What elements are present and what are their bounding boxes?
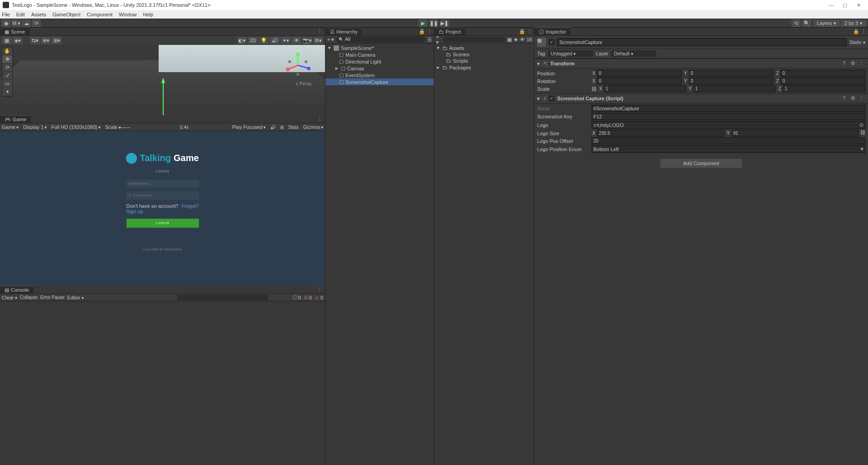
scene-root[interactable]: ▾SampleScene* [325,44,434,51]
game-tab[interactable]: 🎮Game [0,115,31,123]
create-button[interactable]: + ▾ [327,37,334,43]
display-dropdown[interactable]: Display 1 ▾ [23,124,47,130]
play-focused-dropdown[interactable]: Play Focused ▾ [232,124,266,130]
hierarchy-item-screenshotcapture[interactable]: ▢ScreenshotCapture [325,78,434,85]
layer-dropdown[interactable]: Default ▾ [611,50,656,57]
2d-button[interactable]: 2D [248,37,258,44]
scale-y-input[interactable] [693,85,776,92]
transform-tool[interactable]: ✦ [2,88,12,96]
menu-file[interactable]: File [2,12,10,17]
shading-button[interactable]: ◐▾ [237,37,247,44]
help-icon[interactable]: ? [843,95,849,102]
component-menu-icon[interactable]: ⋮ [859,60,865,67]
scene-menu-icon[interactable]: ⋮ [315,29,325,34]
search-button[interactable]: 🔍 [802,19,811,27]
position-x-input[interactable] [597,70,682,77]
maximize-button[interactable]: ▢ [838,2,852,8]
static-dropdown[interactable]: Static ▾ [849,39,865,45]
scripts-folder[interactable]: 🗀Scripts [434,58,534,64]
rotation-x-input[interactable] [597,78,682,84]
audio-button[interactable]: 🔊 [270,37,280,44]
script-enabled-checkbox[interactable] [549,96,554,101]
hierarchy-menu-icon[interactable]: ⋮ [427,29,432,34]
gizmos-button[interactable]: Gizmos ▾ [303,124,323,130]
position-z-input[interactable] [781,70,865,77]
warn-count[interactable]: ⚠0 [304,294,312,301]
assets-folder[interactable]: ▾🗀Assets [434,44,534,51]
logo-offset-input[interactable] [592,137,865,144]
hierarchy-tab[interactable]: ☰Hierarchy [325,28,362,36]
orientation-gizmo[interactable] [284,52,311,79]
object-picker-icon[interactable]: ⊙ [859,122,863,128]
menu-gameobject[interactable]: GameObject [53,12,81,17]
editor-dropdown[interactable]: Editor ▾ [67,295,84,300]
logo-field[interactable]: ▭UnityLOGO⊙ [592,121,865,129]
console-menu-icon[interactable]: ⋮ [315,287,325,293]
menu-window[interactable]: Window [119,12,136,17]
position-y-input[interactable] [689,70,774,77]
hierarchy-lock-icon[interactable]: 🔒 [419,29,425,34]
error-pause-button[interactable]: Error Pause [40,295,64,300]
camera-button[interactable]: 📷▾ [302,37,312,44]
project-lock-icon[interactable]: 🔒 [519,29,525,34]
manage-button[interactable]: M ▾ [12,19,21,27]
menu-assets[interactable]: Assets [31,12,46,17]
console-tab[interactable]: ▤Console [0,286,34,294]
project-menu-icon[interactable]: ⋮ [527,29,532,34]
menu-help[interactable]: Help [143,12,153,17]
preset-icon[interactable]: ⚙ [851,95,857,102]
local-button[interactable]: ⊕▾ [41,37,51,44]
constrain-icon[interactable]: ⛓ [592,86,596,92]
undo-history-button[interactable]: ⟳ [32,19,41,27]
view-tool-button[interactable]: ▦ [2,37,12,44]
active-checkbox[interactable] [549,39,554,45]
inspector-lock-icon[interactable]: 🔒 [853,29,859,34]
move-tool[interactable]: ✥ [2,55,12,64]
hidden-button[interactable]: 👁 [291,37,301,44]
mute-button[interactable]: 🔊 [270,125,276,130]
gameobject-cube-icon[interactable]: ▦ [537,38,546,47]
project-search[interactable] [443,37,505,42]
lighting-button[interactable]: 💡 [259,37,269,44]
clear-button[interactable]: Clear ▾ [2,295,17,300]
account-button[interactable]: ◉ [2,19,11,27]
hierarchy-item-light[interactable]: ▢Directional Light [325,58,434,65]
play-button[interactable]: ▶ [418,19,427,27]
error-count[interactable]: ⦻0 [315,294,323,301]
password-input[interactable] [126,191,199,200]
transform-header[interactable]: ▾ ⇱ Transform ?⚙⋮ [534,59,868,69]
transform-gizmo[interactable] [154,77,199,115]
help-icon[interactable]: ? [843,60,849,67]
hidden-icon[interactable]: 👁 [520,37,525,42]
step-button[interactable]: ▶❚ [440,19,449,27]
login-button[interactable]: LOGIN [126,219,199,228]
hierarchy-filter-icon[interactable]: ☰ [427,37,432,43]
game-menu-icon[interactable]: ⋮ [315,116,325,122]
menu-edit[interactable]: Edit [16,12,25,17]
collapse-button[interactable]: Collapse [20,295,38,300]
close-button[interactable]: ✕ [852,2,865,8]
hierarchy-search[interactable]: 🔍 All [336,36,426,43]
scene-tab[interactable]: ▦Scene [0,28,29,36]
layers-dropdown[interactable]: Layers ▾ [813,20,840,27]
hierarchy-item-camera[interactable]: ▢Main Camera [325,51,434,58]
filter-icon[interactable]: ▦ [507,37,512,43]
inspector-tab[interactable]: ⓘInspector [534,27,571,36]
menu-component[interactable]: Component [87,12,112,17]
hierarchy-item-canvas[interactable]: ▸▢Canvas [325,65,434,72]
rotation-z-input[interactable] [781,78,865,84]
add-component-button[interactable]: Add Component [660,159,742,168]
logo-size-y-input[interactable] [732,130,859,137]
grid-button[interactable]: ⊞▾ [52,37,62,44]
hand-tool[interactable]: ✋ [2,47,12,55]
console-search[interactable] [177,295,268,300]
preset-icon[interactable]: ⚙ [851,60,857,67]
layout-dropdown[interactable]: 2 by 3 ▾ [841,20,866,27]
draw-mode-button[interactable]: ◈▾ [13,37,23,44]
component-menu-icon[interactable]: ⋮ [859,95,865,102]
resolution-dropdown[interactable]: Full HD (1920x1080) ▾ [51,124,101,130]
game-dropdown[interactable]: Game ▾ [2,124,19,130]
scale-x-input[interactable] [604,85,686,92]
pause-button[interactable]: ❚❚ [429,19,438,27]
scene-view[interactable]: ≤ Persp ✋ ✥ ⟳ ⤢ ▭ ✦ [0,45,325,115]
